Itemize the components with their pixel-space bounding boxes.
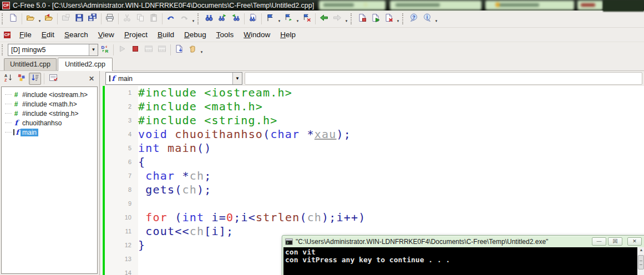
save-button[interactable] xyxy=(73,12,86,26)
tip-button[interactable]: i xyxy=(420,12,434,26)
tab-untitled2-cpp[interactable]: Untitled2.cpp xyxy=(58,58,113,71)
sort-order-button[interactable] xyxy=(29,73,41,85)
tree-item-main[interactable]: fmain xyxy=(2,128,97,137)
toolbar-grip[interactable] xyxy=(402,13,405,24)
toolbar-separator xyxy=(261,13,262,24)
tree-item-include-iostream-h[interactable]: ##include <iostream.h> xyxy=(2,90,97,99)
code-line-5[interactable]: 5int main() xyxy=(102,141,644,155)
dropdown-caret-icon[interactable]: ▾ xyxy=(344,14,349,23)
close-panel-button[interactable]: ✕ xyxy=(87,75,96,83)
toolbar-grip[interactable] xyxy=(197,13,200,24)
build-config-value: [D] mingw5 xyxy=(8,46,89,54)
toolbar-grip[interactable] xyxy=(2,44,4,55)
dropdown-caret-icon[interactable]: ▾ xyxy=(199,45,204,54)
dropdown-caret-icon[interactable]: ▾ xyxy=(191,14,196,23)
dropdown-caret-icon[interactable]: ▾ xyxy=(434,14,439,23)
print-button[interactable] xyxy=(103,12,116,26)
help-button[interactable]: ? xyxy=(407,12,420,26)
bookmark-icon xyxy=(266,13,275,24)
open-file-icon xyxy=(26,13,35,24)
toolbar-separator xyxy=(101,13,102,24)
dropdown-caret-icon[interactable]: ▾ xyxy=(37,14,42,23)
clean-button[interactable] xyxy=(382,12,395,26)
console-title-bar[interactable]: "C:\Users\Administrator.WIN-LDNFRRKE0F4\… xyxy=(282,236,644,247)
navigate-back-button[interactable] xyxy=(317,12,331,26)
tree-connector xyxy=(5,113,12,114)
menu-build[interactable]: Build xyxy=(153,28,179,41)
scroll-up-icon[interactable]: ▲ xyxy=(637,247,644,253)
close-file-icon xyxy=(62,13,70,24)
hold-console-button[interactable] xyxy=(186,43,199,57)
menu-tools[interactable]: Tools xyxy=(211,28,239,41)
save-all-button[interactable] xyxy=(86,12,99,26)
code-line-6[interactable]: 6{ xyxy=(102,155,644,169)
code-line-2[interactable]: 2#include <math.h> xyxy=(102,100,644,114)
line-number: 8 xyxy=(102,183,138,197)
binary-icon: 10101 xyxy=(158,44,166,55)
tab-untitled1-cpp[interactable]: Untitled1.cpp xyxy=(4,58,57,70)
include-icon: # xyxy=(12,110,21,118)
debug-release-icon: DR xyxy=(100,44,109,55)
tree-item-include-math-h[interactable]: ##include <math.h> xyxy=(2,99,97,109)
open-file-button[interactable] xyxy=(24,12,37,26)
find-next-button[interactable] xyxy=(216,12,229,26)
menu-project[interactable]: Project xyxy=(119,28,153,41)
console-output[interactable]: con vitcon vitPress any key to continue … xyxy=(283,247,644,275)
tree-item-chuoithanhso[interactable]: fchuoithanhso xyxy=(2,118,97,128)
build-button[interactable] xyxy=(369,12,382,26)
dropdown-caret-icon[interactable]: ▾ xyxy=(295,14,300,23)
maximize-button[interactable]: 回 xyxy=(608,237,622,246)
chevron-down-icon[interactable]: ▼ xyxy=(89,44,98,55)
console-window[interactable]: "C:\Users\Administrator.WIN-LDNFRRKE0F4\… xyxy=(282,235,644,275)
secondary-selector-box[interactable] xyxy=(245,72,642,85)
stop-button[interactable] xyxy=(129,43,142,57)
toolbar-grip[interactable] xyxy=(2,13,4,24)
find-in-files-button[interactable] xyxy=(246,12,260,26)
format-source-button[interactable] xyxy=(173,43,186,57)
toggle-bookmark-button[interactable] xyxy=(263,12,277,26)
menu-file[interactable]: File xyxy=(14,28,37,41)
goto-bookmark-button[interactable] xyxy=(282,12,295,26)
build-config-combobox[interactable]: [D] mingw5 ▼ xyxy=(8,44,98,56)
reopen-file-button[interactable] xyxy=(42,12,55,26)
toolbar-separator xyxy=(57,13,58,24)
code-line-9[interactable]: 9 xyxy=(102,197,644,211)
find-previous-button[interactable] xyxy=(229,12,242,26)
tree-item-include-string-h[interactable]: ##include <string.h> xyxy=(2,109,97,118)
undo-button[interactable] xyxy=(164,12,178,26)
function-selector-value: main xyxy=(118,75,232,83)
close-button[interactable]: ✕ xyxy=(627,237,642,246)
function-selector-combobox[interactable]: f main ▼ xyxy=(105,72,242,85)
menu-window[interactable]: Window xyxy=(239,28,275,41)
code-line-10[interactable]: 10 for (int i=0;i<strlen(ch);i++) xyxy=(102,211,644,225)
scrollbar-thumb[interactable] xyxy=(638,255,644,269)
debug-release-toggle[interactable]: DR xyxy=(98,43,111,57)
console-scrollbar[interactable]: ▲ xyxy=(637,247,644,275)
toolbar-grip[interactable] xyxy=(351,13,353,24)
dropdown-caret-icon[interactable]: ▾ xyxy=(395,14,400,23)
code-line-4[interactable]: 4void chuoithanhso(char *xau); xyxy=(102,128,644,141)
menu-help[interactable]: Help xyxy=(275,28,301,41)
code-line-1[interactable]: 1#include <iostream.h> xyxy=(102,86,644,100)
dropdown-caret-icon[interactable]: ▾ xyxy=(277,14,282,23)
sort-type-button[interactable] xyxy=(16,73,28,85)
menu-debug[interactable]: Debug xyxy=(179,28,211,41)
code-line-7[interactable]: 7 char *ch; xyxy=(102,169,644,183)
console-line: con vitPress any key to continue . . . xyxy=(285,256,644,264)
clear-bookmarks-icon xyxy=(302,13,311,24)
sort-alpha-button[interactable]: AZ xyxy=(2,73,14,85)
view-details-button[interactable] xyxy=(47,73,59,85)
minimize-button[interactable]: — xyxy=(592,237,606,246)
toolbar-separator xyxy=(118,13,119,24)
chevron-down-icon[interactable]: ▼ xyxy=(232,73,242,84)
code-line-3[interactable]: 3#include <string.h> xyxy=(102,114,644,128)
menu-edit[interactable]: Edit xyxy=(37,28,59,41)
menu-view[interactable]: View xyxy=(93,28,119,41)
clear-bookmarks-button[interactable] xyxy=(300,12,313,26)
code-line-8[interactable]: 8 gets(ch); xyxy=(102,183,644,197)
compile-button[interactable] xyxy=(356,12,369,26)
new-file-button[interactable] xyxy=(7,12,20,26)
find-button[interactable] xyxy=(202,12,216,26)
build-buttons: DR1010110101▾ xyxy=(98,43,204,57)
menu-search[interactable]: Search xyxy=(59,28,93,41)
